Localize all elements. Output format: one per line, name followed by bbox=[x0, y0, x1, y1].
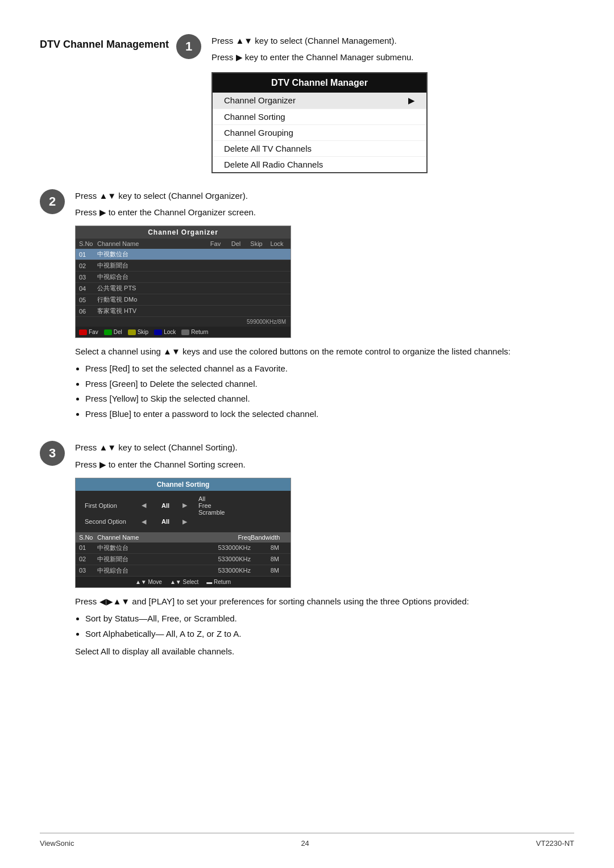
dtv-manager-item-0[interactable]: Channel Organizer ▶ bbox=[213, 93, 426, 109]
cs-first-option-row: First Option ◀ All ▶ AllFreeScramble bbox=[85, 495, 281, 516]
step3-line1: Press ▲▼ key to select (Channel Sorting)… bbox=[75, 441, 574, 454]
channel-organizer-screenshot: Channel Organizer S.No Channel Name Fav … bbox=[75, 226, 291, 338]
dtv-item-label-2: Channel Grouping bbox=[224, 128, 293, 137]
step2-circle: 2 bbox=[40, 189, 65, 214]
cs-titlebar: Channel Sorting bbox=[76, 478, 291, 491]
co-col-del-header: Del bbox=[226, 240, 246, 247]
dtv-manager-item-1[interactable]: Channel Sorting bbox=[213, 109, 426, 125]
dtv-item-arrow-0: ▶ bbox=[408, 95, 415, 106]
step1-heading-row: DTV Channel Management 1 Press ▲▼ key to… bbox=[40, 34, 574, 173]
cs-second-option-val: All bbox=[148, 518, 182, 525]
dtv-item-label-0: Channel Organizer bbox=[224, 95, 296, 105]
cs-footer-return: ▬ Return bbox=[206, 579, 231, 585]
bullet-0: Press [Red] to set the selected channel … bbox=[85, 362, 574, 375]
step1-text: Press ▲▼ key to select (Channel Manageme… bbox=[211, 34, 574, 173]
bullet-1: Press [Green] to Delete the selected cha… bbox=[85, 378, 574, 391]
co-freq-info: 599000KHz/8M bbox=[76, 317, 291, 327]
footer-right: VT2230-NT bbox=[536, 839, 574, 848]
cs-second-option-row: Second Option ◀ All ▶ bbox=[85, 518, 281, 525]
co-sno-0: 01 bbox=[79, 251, 97, 258]
step3-desc1: Press ◀▶▲▼ and [PLAY] to set your prefer… bbox=[75, 595, 574, 608]
co-footer-fav: Fav bbox=[79, 329, 98, 335]
yellow-btn-icon bbox=[128, 329, 136, 335]
dtv-manager-title: DTV Channel Manager bbox=[213, 73, 426, 93]
blue-btn-icon bbox=[154, 329, 162, 335]
dtv-manager-box: DTV Channel Manager Channel Organizer ▶ … bbox=[211, 72, 428, 173]
co-footer-return: Return bbox=[181, 329, 208, 335]
cs-footer-move: ▲▼ Move bbox=[135, 579, 162, 585]
dtv-item-label-1: Channel Sorting bbox=[224, 112, 285, 122]
bullet-3: Press [Blue] to enter a password to lock… bbox=[85, 408, 574, 421]
cs-row-2[interactable]: 03 中視綜合台 533000KHz 8M bbox=[76, 565, 291, 577]
co-name-0: 中視數位台 bbox=[97, 250, 205, 258]
co-row-4[interactable]: 05 行動電視 DMo bbox=[76, 294, 291, 306]
step3-desc2: Select All to display all available chan… bbox=[75, 645, 574, 658]
step3-bullet-1: Sort Alphabetically— All, A to Z, or Z t… bbox=[85, 628, 574, 641]
co-footer-del: Del bbox=[104, 329, 122, 335]
cs-row-0[interactable]: 01 中視數位台 533000KHz 8M bbox=[76, 542, 291, 554]
channel-sorting-screenshot: Channel Sorting First Option ◀ All ▶ All… bbox=[75, 478, 291, 588]
co-row-2[interactable]: 03 中視綜合台 bbox=[76, 272, 291, 283]
page-content: DTV Channel Management 1 Press ▲▼ key to… bbox=[0, 0, 614, 708]
step1-line2: Press ▶ key to enter the Channel Manager… bbox=[211, 51, 574, 64]
co-col-name-header: Channel Name bbox=[97, 240, 205, 247]
cs-table-header: S.No Channel Name Freq Bandwidth bbox=[76, 532, 291, 542]
step2-desc: Select a channel using ▲▼ keys and use t… bbox=[75, 345, 574, 358]
step2-bullets: Press [Red] to set the selected channel … bbox=[85, 362, 574, 420]
cs-options: First Option ◀ All ▶ AllFreeScramble Sec… bbox=[76, 491, 291, 532]
step3-content: Press ▲▼ key to select (Channel Sorting)… bbox=[75, 441, 574, 658]
cs-footer: ▲▼ Move ▲▼ Select ▬ Return bbox=[76, 577, 291, 587]
cs-first-option-val: All bbox=[148, 502, 182, 509]
co-footer: Fav Del Skip Lock bbox=[76, 327, 291, 337]
co-col-fav-header: Fav bbox=[205, 240, 226, 247]
co-titlebar: Channel Organizer bbox=[76, 226, 291, 239]
step1-line1: Press ▲▼ key to select (Channel Manageme… bbox=[211, 34, 574, 47]
step3-block: 3 Press ▲▼ key to select (Channel Sortin… bbox=[40, 441, 574, 658]
co-col-skip-header: Skip bbox=[246, 240, 267, 247]
step3-bullet-0: Sort by Status—All, Free, or Scrambled. bbox=[85, 612, 574, 625]
co-header-row: S.No Channel Name Fav Del Skip Lock bbox=[76, 239, 291, 249]
co-col-lock-header: Lock bbox=[267, 240, 287, 247]
step2-content: Press ▲▼ key to select (Channel Organize… bbox=[75, 189, 574, 425]
cs-second-option-label: Second Option bbox=[85, 518, 142, 525]
co-col-sno-header: S.No bbox=[79, 240, 97, 247]
step1-content: 1 Press ▲▼ key to select (Channel Manage… bbox=[176, 34, 574, 173]
dtv-item-label-3: Delete All TV Channels bbox=[224, 144, 312, 153]
red-btn-icon bbox=[79, 329, 87, 335]
step3-line2: Press ▶ to enter the Channel Sorting scr… bbox=[75, 458, 574, 471]
dtv-manager-item-2[interactable]: Channel Grouping bbox=[213, 125, 426, 141]
co-footer-lock: Lock bbox=[154, 329, 176, 335]
step2-block: 2 Press ▲▼ key to select (Channel Organi… bbox=[40, 189, 574, 425]
bullet-2: Press [Yellow] to Skip the selected chan… bbox=[85, 393, 574, 406]
dtv-manager-item-4[interactable]: Delete All Radio Channels bbox=[213, 157, 426, 172]
footer-left: ViewSonic bbox=[40, 839, 74, 848]
step2-line2: Press ▶ to enter the Channel Organizer s… bbox=[75, 206, 574, 219]
page-footer: ViewSonic 24 VT2230-NT bbox=[40, 833, 574, 848]
step3-bullets: Sort by Status—All, Free, or Scrambled. … bbox=[85, 612, 574, 640]
step3-circle: 3 bbox=[40, 441, 65, 466]
dtv-item-label-4: Delete All Radio Channels bbox=[224, 160, 323, 169]
co-footer-skip: Skip bbox=[128, 329, 148, 335]
cs-row-1[interactable]: 02 中視新聞台 533000KHz 8M bbox=[76, 554, 291, 565]
section-heading-container: DTV Channel Management bbox=[40, 34, 176, 173]
co-row-0[interactable]: 01 中視數位台 bbox=[76, 249, 291, 260]
gray-btn-icon bbox=[181, 329, 189, 335]
co-row-3[interactable]: 04 公共電視 PTS bbox=[76, 283, 291, 294]
section-heading: DTV Channel Management bbox=[40, 34, 176, 51]
co-row-1[interactable]: 02 中視新聞台 bbox=[76, 260, 291, 272]
co-row-5[interactable]: 06 客家電視 HTV bbox=[76, 306, 291, 317]
green-btn-icon bbox=[104, 329, 112, 335]
footer-center: 24 bbox=[301, 839, 309, 848]
cs-footer-select: ▲▼ Select bbox=[170, 579, 198, 585]
step2-line1: Press ▲▼ key to select (Channel Organize… bbox=[75, 189, 574, 202]
step1-circle: 1 bbox=[176, 34, 201, 59]
cs-first-option-label: First Option bbox=[85, 502, 142, 509]
cs-option-right: AllFreeScramble bbox=[198, 495, 225, 516]
dtv-manager-item-3[interactable]: Delete All TV Channels bbox=[213, 141, 426, 157]
